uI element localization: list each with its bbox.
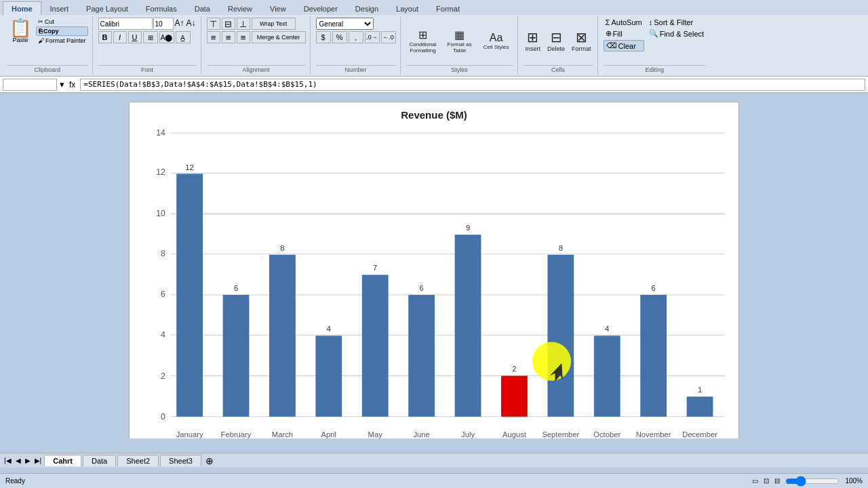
align-right-button[interactable]: ≡ [237,31,250,43]
number-format-select[interactable]: General [316,18,374,30]
paste-icon: 📋 [9,19,31,37]
bar-february[interactable] [223,295,250,417]
alignment-label: Alignment [207,65,306,73]
format-painter-button[interactable]: 🖌 Format Painter [36,37,88,45]
normal-view-button[interactable]: ▭ [752,477,758,485]
svg-text:October: October [593,430,620,439]
chart-container[interactable]: Revenue ($M) 0 2 4 6 [129,102,739,439]
sort-icon: ↕ [649,18,653,26]
svg-text:January: January [176,430,203,439]
svg-text:June: June [413,430,429,439]
svg-text:6: 6 [419,284,423,292]
expand-formula-button[interactable]: ▾ [60,79,64,89]
cell-reference-input[interactable] [3,79,57,91]
svg-text:10: 10 [156,209,165,218]
cell-styles-button[interactable]: Aa Cell Styles [479,30,513,52]
bar-december[interactable] [687,396,713,417]
bar-january[interactable] [176,174,203,416]
align-top-button[interactable]: ⊤ [207,18,220,30]
cut-button[interactable]: ✂ Cut [36,18,88,26]
next-sheet-button[interactable]: ▶ [24,457,32,464]
tab-page-layout[interactable]: Page Layout [77,1,137,15]
prev-sheet-button[interactable]: ◀ [14,457,22,464]
styles-group: ⊞ Conditional Formatting ▦ Format as Tab… [402,16,518,75]
bar-september[interactable] [547,255,574,417]
page-layout-view-button[interactable]: ⊡ [764,477,769,485]
svg-text:4: 4 [327,325,331,333]
italic-button[interactable]: I [113,31,127,43]
border-button[interactable]: ⊞ [143,31,158,43]
autosum-button[interactable]: Σ AutoSum [604,18,644,27]
format-painter-icon: 🖌 [38,37,44,44]
align-left-button[interactable]: ≡ [207,31,220,43]
svg-text:6: 6 [652,284,656,292]
delete-button[interactable]: ⊟ Delete [545,28,567,54]
fill-color-button[interactable]: A⬤ [159,31,174,43]
first-sheet-button[interactable]: |◀ [3,457,13,464]
sheet-tab-sheet2[interactable]: Sheet2 [117,455,159,466]
svg-text:4: 4 [605,325,609,333]
paste-button[interactable]: 📋 Paste [7,18,34,45]
merge-center-button[interactable]: Merge & Center [252,31,306,43]
ready-label: Ready [5,477,25,485]
sheet-tab-sheet3[interactable]: Sheet3 [160,455,201,466]
wrap-text-button[interactable]: Wrap Text [252,18,296,30]
copy-label: Copy [43,28,59,35]
copy-button[interactable]: ⎘ Copy [36,26,88,36]
tab-home[interactable]: Home [3,1,41,15]
tab-design[interactable]: Design [347,1,387,15]
align-center-button[interactable]: ≡ [222,31,235,43]
bar-october[interactable] [594,336,620,416]
tab-layout[interactable]: Layout [387,1,427,15]
formula-input[interactable] [80,79,865,91]
cells-label: Cells [524,65,593,73]
page-break-view-button[interactable]: ⊟ [774,477,780,485]
zoom-slider[interactable] [785,476,840,487]
sheet-tab-data[interactable]: Data [83,455,116,466]
tab-formulas[interactable]: Formulas [137,1,186,15]
tab-format[interactable]: Format [427,1,469,15]
insert-button[interactable]: ⊞ Insert [524,28,543,54]
last-sheet-button[interactable]: ▶| [33,457,43,464]
underline-button[interactable]: U [128,31,142,43]
bar-july[interactable] [455,235,481,417]
sort-filter-button[interactable]: ↕ Sort & Filter [647,18,706,27]
bar-june[interactable] [408,295,435,417]
tab-developer[interactable]: Developer [295,1,347,15]
find-select-button[interactable]: 🔍 Find & Select [647,28,706,39]
font-name-input[interactable] [98,18,153,30]
increase-font-button[interactable]: A↑ [174,18,185,30]
add-sheet-button[interactable]: ⊕ [203,455,216,466]
align-bottom-button[interactable]: ⊥ [237,18,250,30]
font-size-input[interactable] [153,18,174,30]
clear-button[interactable]: ⌫ Clear [604,40,644,52]
fill-button[interactable]: ⊕ Fill [604,28,644,39]
chart-area: 0 2 4 6 8 10 12 14 12 January 6 February [136,126,732,439]
tab-view[interactable]: View [261,1,295,15]
decrease-decimal-button[interactable]: ←.0 [381,31,396,43]
comma-button[interactable]: , [349,31,363,43]
decrease-font-button[interactable]: A↓ [186,18,197,30]
increase-decimal-button[interactable]: .0→ [365,31,380,43]
tab-review[interactable]: Review [219,1,261,15]
bar-april[interactable] [315,336,342,416]
svg-text:July: July [461,430,475,439]
format-button[interactable]: ⊠ Format [570,28,593,54]
currency-button[interactable]: $ [316,31,331,43]
bar-november[interactable] [640,295,667,417]
align-middle-button[interactable]: ⊟ [222,18,235,30]
tab-insert[interactable]: Insert [41,1,78,15]
bar-may[interactable] [362,274,389,416]
format-as-table-button[interactable]: ▦ Format as Table [443,27,477,55]
tab-data[interactable]: Data [186,1,219,15]
fx-label: fx [69,80,75,89]
font-color-button[interactable]: A̲ [176,31,191,43]
bar-march[interactable] [269,255,296,417]
sheet-tab-cahrt[interactable]: Cahrt [44,455,81,466]
percent-button[interactable]: % [332,31,347,43]
conditional-formatting-button[interactable]: ⊞ Conditional Formatting [406,27,440,55]
copy-icon: ⎘ [39,28,42,35]
fill-icon: ⊕ [606,29,612,38]
bold-button[interactable]: B [98,31,112,43]
bar-august[interactable] [501,376,528,417]
